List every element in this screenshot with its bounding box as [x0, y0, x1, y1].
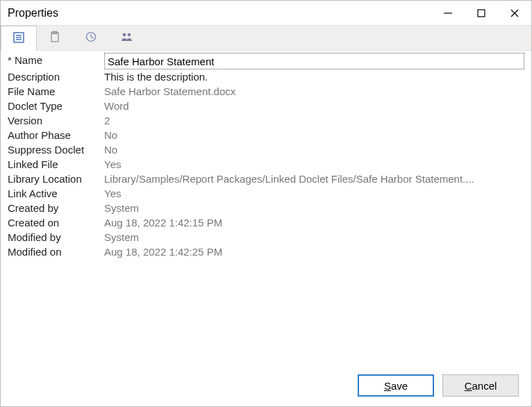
label-file-name: File Name — [8, 84, 101, 99]
svg-line-12 — [91, 37, 93, 38]
clipboard-icon — [49, 31, 61, 45]
value-modified-by: System — [104, 230, 524, 244]
svg-point-13 — [122, 33, 126, 37]
svg-rect-1 — [478, 10, 485, 17]
value-description[interactable]: This is the description. — [104, 69, 524, 84]
value-modified-on: Aug 18, 2022 1:42:25 PM — [104, 244, 524, 259]
save-button[interactable]: Save — [358, 374, 434, 397]
close-button[interactable] — [498, 1, 531, 26]
tab-strip — [1, 26, 531, 51]
tab-clipboard[interactable] — [37, 26, 73, 50]
label-created-on: Created on — [8, 215, 101, 230]
value-suppress-doclet: No — [104, 142, 524, 157]
value-library-location: Library/Samples/Report Packages/Linked D… — [104, 172, 524, 186]
tab-people[interactable] — [109, 26, 145, 50]
label-author-phase: Author Phase — [8, 128, 101, 142]
label-link-active: Link Active — [8, 186, 101, 201]
value-link-active: Yes — [104, 186, 524, 201]
label-description: Description — [8, 69, 101, 84]
maximize-button[interactable] — [465, 1, 498, 26]
value-created-by: System — [104, 201, 524, 215]
label-doclet-type: Doclet Type — [8, 99, 101, 113]
button-bar: Save Cancel — [1, 372, 531, 406]
value-linked-file: Yes — [104, 157, 524, 172]
input-name[interactable]: Safe Harbor Statement — [104, 53, 524, 69]
minimize-button[interactable] — [431, 1, 465, 26]
label-modified-on: Modified on — [8, 244, 101, 259]
title-bar: Properties — [1, 1, 531, 26]
value-file-name: Safe Harbor Statement.docx — [104, 84, 524, 99]
value-author-phase: No — [104, 128, 524, 142]
label-name: * Name — [8, 53, 101, 69]
value-created-on: Aug 18, 2022 1:42:15 PM — [104, 215, 524, 230]
properties-grid: * Name Safe Harbor Statement Description… — [8, 53, 524, 259]
label-modified-by: Modified by — [8, 230, 101, 244]
cancel-button[interactable]: Cancel — [442, 374, 519, 397]
people-icon — [120, 31, 134, 45]
save-button-rest: ave — [391, 380, 408, 392]
window-title: Properties — [8, 7, 431, 19]
svg-point-14 — [127, 33, 131, 37]
cancel-button-rest: ancel — [472, 380, 497, 392]
tab-history[interactable] — [73, 26, 109, 50]
tab-details[interactable] — [1, 26, 37, 51]
details-icon — [13, 31, 25, 46]
clock-icon — [85, 31, 97, 45]
properties-panel: * Name Safe Harbor Statement Description… — [1, 51, 531, 372]
label-library-location: Library Location — [8, 172, 101, 186]
label-created-by: Created by — [8, 201, 101, 215]
value-doclet-type: Word — [104, 99, 524, 113]
label-version: Version — [8, 113, 101, 128]
label-suppress-doclet: Suppress Doclet — [8, 142, 101, 157]
value-version: 2 — [104, 113, 524, 128]
label-linked-file: Linked File — [8, 157, 101, 172]
